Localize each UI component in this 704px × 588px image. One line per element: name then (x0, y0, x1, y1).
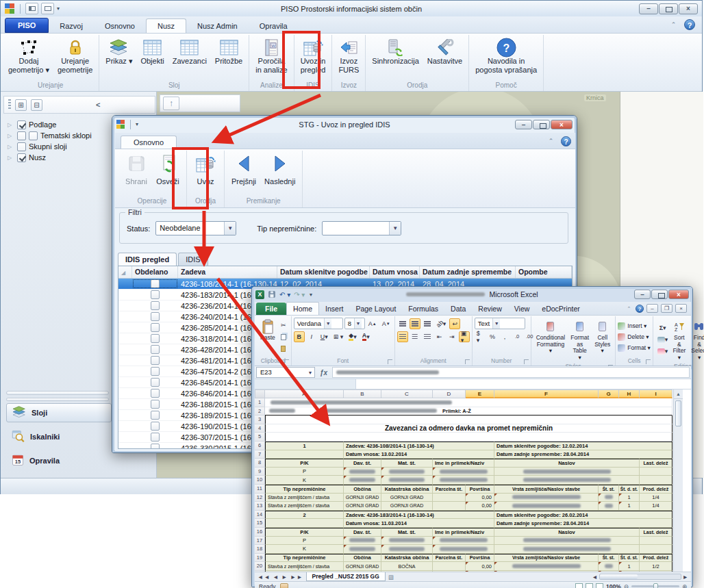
dialog-button-uvoz[interactable]: Uvoz (191, 151, 220, 186)
workbook-restore-icon[interactable]: ❐ (661, 304, 672, 313)
row-header-16[interactable]: 16 (255, 528, 265, 537)
tree-checkbox[interactable] (17, 153, 26, 162)
tree-checkbox[interactable] (17, 142, 26, 151)
dialog-button-naslednji[interactable]: Naslednji (262, 151, 298, 186)
column-header-G[interactable]: G (599, 389, 619, 398)
piso-tab-nusz-admin[interactable]: Nusz Admin (186, 19, 249, 33)
grid-column-header-6[interactable]: Opombe (516, 266, 572, 278)
sheet-tab[interactable]: Pregled _NUSZ 2015 GG (306, 572, 386, 581)
italic-button[interactable]: I (306, 331, 317, 342)
dialog-button-shrani[interactable]: Shrani (122, 151, 151, 186)
undo-icon[interactable]: ↶ ▾ (279, 291, 290, 298)
excel-tab-insert[interactable]: Insert (319, 303, 349, 315)
align-top-icon[interactable] (397, 318, 408, 329)
autosum-icon[interactable]: Σ ▾ (655, 322, 670, 333)
cell-styles-button[interactable]: CellStyles ▾ (592, 317, 613, 362)
excel-minimize-button[interactable] (634, 290, 651, 299)
column-header-I[interactable]: I (640, 389, 672, 398)
row-header-8[interactable]: 8 (255, 459, 265, 468)
sidebar-panel-opravila[interactable]: 15Opravila (6, 451, 112, 470)
dialog-button-osve-i[interactable]: Osveži (153, 151, 182, 186)
delete-cells-button[interactable]: Delete ▾ (618, 332, 651, 342)
grid-column-header-4[interactable]: Datum vnosa (370, 266, 420, 278)
dialog-launcher-icon[interactable] (388, 359, 392, 364)
panel-splitter[interactable] (6, 391, 109, 404)
tree-checkbox[interactable] (17, 131, 26, 140)
macro-record-icon[interactable] (280, 583, 288, 588)
tree-expander-icon[interactable]: ▷ (8, 122, 14, 128)
row-header-1[interactable]: 1 (255, 398, 265, 407)
formula-input[interactable] (332, 367, 690, 378)
pan-up-icon[interactable]: ↑ (163, 97, 179, 110)
format-cells-button[interactable]: Format ▾ (618, 343, 651, 353)
row-header-4[interactable]: 4 (255, 424, 265, 433)
align-bottom-icon[interactable] (422, 318, 433, 329)
tree-checkbox[interactable] (17, 120, 26, 129)
borders-icon[interactable]: ⊞ ▾ (331, 331, 346, 342)
sort-indicator-icon[interactable]: ◢ (118, 266, 132, 278)
tree-expander-icon[interactable]: ▷ (8, 155, 14, 161)
row-header-18[interactable]: 18 (255, 545, 265, 554)
column-header-H[interactable]: H (619, 389, 640, 398)
column-header-A[interactable]: A (265, 389, 344, 398)
dialog-qat-dropdown-icon[interactable]: ▾ (136, 121, 138, 127)
ribbon-button-uvoz-in-pregled[interactable]: Uvoz inpregled (297, 36, 329, 75)
excel-tab-review[interactable]: Review (472, 303, 507, 315)
piso-minimize-button[interactable] (639, 3, 658, 14)
align-middle-icon[interactable] (410, 318, 420, 329)
grid-corner-cell[interactable] (255, 389, 265, 398)
grid-column-header-2[interactable]: Zadeva (178, 266, 277, 278)
row-header-19[interactable]: 19 (255, 554, 265, 563)
status-filter-combo[interactable]: Neobdelane ▼ (155, 221, 236, 235)
row-checkbox[interactable] (151, 433, 160, 442)
row-header-12[interactable]: 12 (255, 494, 265, 502)
piso-tab-piso[interactable]: PISO (5, 18, 49, 33)
redo-icon[interactable]: ↷ ▾ (294, 291, 305, 298)
row-header-7[interactable]: 7 (255, 450, 265, 459)
zoom-in-icon[interactable]: ⊕ (682, 583, 687, 588)
column-header-E[interactable]: E (466, 389, 494, 398)
piso-tab-osnovno[interactable]: Osnovno (94, 19, 146, 33)
hscroll-left-icon[interactable]: ◄ (592, 574, 597, 580)
column-header-D[interactable]: D (433, 389, 466, 398)
number-format-combo[interactable]: Text▼ (475, 318, 525, 329)
ribbon-button-dodaj-geometrijo[interactable]: Dodajgeometrijo ▾ (5, 36, 53, 75)
qat-dropdown-icon[interactable]: ▾ (57, 5, 60, 12)
hscroll-right-icon[interactable]: ► (683, 574, 688, 580)
merge-center-icon[interactable]: ▣ ▾ (459, 331, 470, 342)
dialog-help-icon[interactable]: ? (561, 136, 571, 146)
column-header-B[interactable]: B (344, 389, 381, 398)
dialog-launcher-icon[interactable] (646, 359, 651, 364)
excel-help-icon[interactable]: ? (636, 305, 644, 313)
row-header-11[interactable]: 11 (255, 485, 265, 494)
conditional-formatting-button[interactable]: ConditionalFormatting ▾ (533, 317, 568, 362)
format-as-table-button[interactable]: Format asTable ▾ (568, 317, 592, 362)
row-header-9[interactable]: 9 (255, 468, 265, 476)
dialog-maximize-button[interactable] (533, 120, 550, 129)
dialog-launcher-icon[interactable] (284, 359, 289, 364)
fill-icon[interactable]: ▾ (655, 334, 670, 345)
piso-close-button[interactable] (679, 3, 698, 14)
ribbon-button-prikaz[interactable]: Prikaz ▾ (102, 36, 136, 66)
row-checkbox[interactable] (151, 422, 160, 431)
sidebar-panel-sloji[interactable]: Sloji (6, 403, 112, 422)
zoom-slider[interactable] (631, 585, 679, 587)
fill-color-icon[interactable]: ◆ ▾ (347, 331, 358, 342)
increase-decimal-icon[interactable]: .0 (512, 331, 523, 342)
row-checkbox[interactable] (151, 356, 160, 365)
insert-cells-button[interactable]: Insert ▾ (618, 321, 651, 331)
wrap-text-icon[interactable]: ↩ (449, 318, 460, 329)
excel-tab-file[interactable]: File (256, 303, 286, 315)
type-filter-combo[interactable]: ▼ (322, 221, 401, 235)
row-checkbox[interactable] (151, 400, 160, 409)
new-sheet-icon[interactable]: ▨ (388, 574, 394, 580)
sheet-nav-icons[interactable]: ◄◄ ◄ ► ►► (255, 574, 306, 580)
ribbon-button-sinhronizacija[interactable]: Sinhronizacija (368, 36, 422, 66)
piso-maximize-button[interactable] (659, 3, 678, 14)
expand-all-icon[interactable]: ⊞ (15, 99, 27, 111)
window-blank-icon[interactable] (41, 3, 54, 14)
percent-icon[interactable]: % (487, 331, 498, 342)
piso-tab-opravila[interactable]: Opravila (249, 19, 299, 33)
align-left-icon[interactable] (397, 331, 408, 342)
tree-expander-icon[interactable]: ▷ (8, 144, 14, 150)
